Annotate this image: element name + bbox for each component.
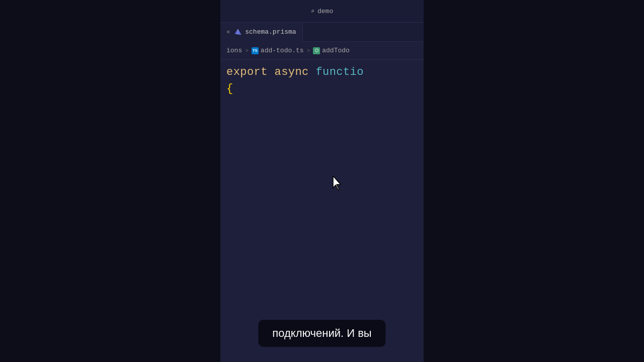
tab-schema-prisma[interactable]: ✕ schema.prisma: [220, 23, 303, 42]
breadcrumb-part1: ions: [226, 47, 242, 54]
keyword-async: async: [275, 65, 309, 80]
breadcrumb-part3: ⬡ addTodo: [313, 47, 350, 54]
code-line-1: export async functio: [220, 64, 424, 81]
subtitle-box: подключений. И вы: [258, 320, 385, 347]
keyword-function: functio: [315, 65, 364, 80]
breadcrumb-label-2: add-todo.ts: [261, 47, 304, 54]
search-bar[interactable]: ⌕ demo: [311, 8, 333, 15]
tab-bar: ✕ schema.prisma: [220, 23, 424, 42]
code-area: export async functio {: [220, 60, 424, 362]
typescript-icon: TS: [252, 47, 259, 54]
scene: ⌕ demo ✕ schema.prisma ions: [0, 0, 644, 362]
breadcrumb-label-3: addTodo: [322, 47, 350, 54]
function-icon: ⬡: [313, 47, 320, 54]
prisma-icon: [234, 28, 242, 36]
subtitle-bar: подключений. И вы: [258, 320, 385, 347]
breadcrumb-sep1: >: [245, 48, 249, 54]
code-brace: {: [220, 81, 424, 95]
breadcrumb: ions > TS add-todo.ts > ⬡ addTodo: [220, 42, 424, 60]
editor-panel: ⌕ demo ✕ schema.prisma ions: [220, 0, 424, 362]
search-icon: ⌕: [311, 8, 314, 15]
subtitle-text: подключений. И вы: [272, 327, 371, 339]
tab-close-icon[interactable]: ✕: [226, 28, 230, 36]
side-panel-right: [423, 0, 644, 362]
side-panel-left: [0, 0, 221, 362]
breadcrumb-part2: TS add-todo.ts: [252, 47, 304, 54]
breadcrumb-label-1: ions: [226, 47, 242, 54]
breadcrumb-sep2: >: [307, 48, 310, 54]
mouse-cursor: [331, 175, 343, 191]
search-text: demo: [317, 8, 333, 15]
tab-filename: schema.prisma: [245, 28, 296, 36]
keyword-export: export: [226, 65, 268, 80]
title-bar: ⌕ demo: [220, 0, 424, 23]
